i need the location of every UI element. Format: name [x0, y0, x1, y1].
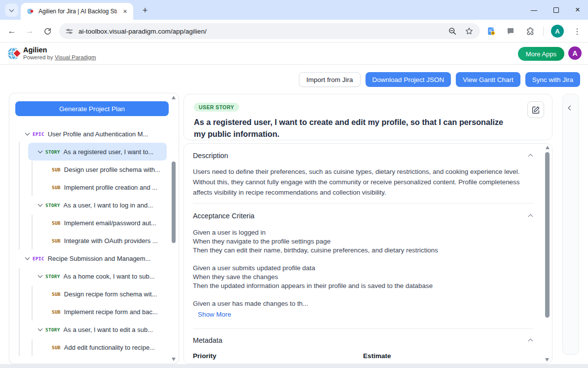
tree-item-story[interactable]: STORYAs a registered user, I want to...	[28, 143, 167, 161]
content-scrollbar[interactable]	[544, 146, 551, 362]
browser-titlebar: Agilien for Jira | AI Backlog Stru × + —…	[0, 0, 588, 20]
item-type-label: STORY	[45, 149, 60, 155]
new-tab-button[interactable]: +	[139, 4, 151, 16]
address-bar[interactable]: ai-toolbox.visual-paradigm.com/app/agili…	[59, 23, 480, 39]
sidebar-scrollbar-thumb[interactable]	[172, 162, 176, 243]
item-label: Add edit functionality to recipe...	[64, 344, 155, 351]
tree-item-epic[interactable]: EPICRecipe Submission and Managem...	[9, 249, 171, 267]
browser-profile-avatar[interactable]: A	[551, 25, 564, 38]
collapse-metadata-icon[interactable]	[528, 335, 533, 346]
story-title: As a registered user, I want to create a…	[194, 116, 542, 140]
collapse-acceptance-icon[interactable]	[528, 210, 533, 221]
show-more-link[interactable]: Show More	[198, 311, 231, 318]
visual-paradigm-link[interactable]: Visual Paradigm	[55, 54, 96, 60]
acceptance-line	[193, 290, 533, 299]
item-type-badge: USER STORY	[194, 103, 239, 112]
import-from-jira-button[interactable]: Import from Jira	[299, 72, 361, 87]
tree-item-sub[interactable]: SUBAdd edit functionality to recipe...	[9, 338, 171, 356]
app-name: Agilien	[23, 46, 47, 54]
view-gantt-chart-button[interactable]: View Gantt Chart	[456, 72, 520, 87]
scroll-up-icon[interactable]	[546, 146, 550, 149]
maximize-icon[interactable]	[553, 7, 559, 13]
metadata-section-header: Metadata	[193, 335, 533, 346]
site-info-icon[interactable]	[65, 27, 74, 36]
sidebar-scrollbar[interactable]	[171, 96, 177, 361]
scroll-down-icon[interactable]	[545, 358, 549, 362]
browser-window: Agilien for Jira | AI Backlog Stru × + —…	[0, 0, 588, 368]
item-type-label: EPIC	[33, 256, 44, 261]
tree-item-sub[interactable]: SUBIntegrate with OAuth providers ...	[9, 232, 171, 249]
acceptance-line: Given a user submits updated profile dat…	[193, 264, 533, 273]
download-project-json-button[interactable]: Download Project JSON	[366, 72, 451, 87]
chat-bubble-icon[interactable]	[505, 25, 516, 37]
expand-panel-chevron-icon[interactable]	[568, 106, 573, 111]
powered-by: Powered by Visual Paradigm	[23, 54, 96, 60]
item-label: As a registered user, I want to...	[64, 148, 154, 156]
back-icon[interactable]: ←	[5, 24, 19, 38]
acceptance-line: When they save the changes	[193, 273, 533, 282]
tree-item-sub[interactable]: SUBImplement email/password aut...	[9, 214, 171, 232]
item-label: Recipe Submission and Managem...	[48, 255, 151, 262]
tree-item-story[interactable]: STORYAs a user, I want to edit a sub...	[9, 321, 171, 338]
chevron-down-icon[interactable]	[38, 202, 43, 207]
browser-tab[interactable]: Agilien for Jira | AI Backlog Stru ×	[21, 3, 133, 20]
item-label: As a user, I want to edit a sub...	[64, 326, 153, 333]
tree-item-story[interactable]: STORYAs a home cook, I want to sub...	[9, 267, 171, 285]
edit-button[interactable]	[527, 101, 544, 118]
acceptance-heading: Acceptance Criteria	[193, 212, 255, 220]
minimize-icon[interactable]: —	[531, 6, 537, 14]
reload-icon[interactable]	[40, 24, 54, 38]
tab-search-button[interactable]	[5, 3, 18, 17]
pencil-square-icon	[532, 106, 540, 114]
generate-project-plan-button[interactable]: Generate Project Plan	[15, 101, 169, 116]
section-divider	[193, 203, 533, 204]
item-label: As a user, I want to log in and...	[64, 202, 153, 209]
reading-list-download-icon[interactable]	[485, 25, 497, 37]
content-scrollbar-thumb[interactable]	[545, 152, 550, 318]
acceptance-line: When they navigate to the profile settin…	[193, 237, 533, 246]
scroll-up-icon[interactable]	[172, 96, 176, 99]
acceptance-line: Given a user has made changes to th...	[193, 299, 533, 308]
forward-icon[interactable]: →	[23, 24, 37, 38]
metadata-field: Estimate5	[363, 352, 533, 364]
acceptance-line: Then they can edit their name, birthday,…	[193, 246, 533, 255]
backlog-tree: EPICUser Profile and Authentication M...…	[9, 125, 171, 360]
browser-menu-icon[interactable]: ⋮	[571, 25, 583, 37]
item-label: Integrate with OAuth providers ...	[64, 237, 158, 245]
item-type-label: SUB	[52, 167, 61, 172]
zoom-out-icon[interactable]	[446, 25, 458, 37]
tree-item-sub[interactable]: SUBDesign user profile schema with...	[9, 161, 171, 178]
user-avatar[interactable]: A	[568, 46, 582, 60]
scroll-down-icon[interactable]	[172, 358, 176, 361]
close-icon[interactable]: ×	[575, 5, 580, 15]
action-buttons-row: Import from JiraDownload Project JSONVie…	[299, 72, 580, 87]
bookmark-star-icon[interactable]	[463, 25, 475, 37]
tree-item-sub[interactable]: SUBImplement profile creation and ...	[9, 178, 171, 196]
item-type-label: STORY	[45, 203, 60, 208]
collapsed-side-panel[interactable]	[562, 94, 579, 355]
tree-item-story[interactable]: STORYAs a user, I want to log in and...	[9, 196, 171, 214]
page-background-strip	[0, 364, 588, 368]
agilien-logo	[6, 45, 23, 62]
collapse-description-icon[interactable]	[528, 150, 533, 161]
item-label: Design recipe form schema wit...	[64, 290, 157, 298]
item-label: As a home cook, I want to sub...	[64, 273, 155, 280]
chevron-down-icon[interactable]	[38, 273, 43, 278]
backlog-sidebar: Generate Project Plan EPICUser Profile a…	[9, 93, 179, 364]
tree-item-epic[interactable]: EPICUser Profile and Authentication M...	[9, 125, 171, 143]
item-type-label: SUB	[52, 309, 61, 315]
extensions-puzzle-icon[interactable]	[524, 25, 536, 37]
tab-title: Agilien for Jira | AI Backlog Stru	[38, 8, 117, 15]
metadata-fields: PriorityHighEstimate5	[193, 352, 533, 364]
chevron-down-icon[interactable]	[25, 255, 30, 260]
chevron-down-icon[interactable]	[38, 149, 43, 154]
chevron-down-icon[interactable]	[25, 131, 30, 136]
tab-close-icon[interactable]: ×	[121, 7, 129, 16]
sync-with-jira-button[interactable]: Sync with Jira	[525, 72, 580, 87]
story-detail-card: Description Users need to define their p…	[184, 143, 552, 364]
tree-item-sub[interactable]: SUBDesign recipe form schema wit...	[9, 285, 171, 303]
more-apps-button[interactable]: More Apps	[518, 47, 564, 61]
tree-item-sub[interactable]: SUBImplement recipe form and bac...	[9, 303, 171, 321]
chevron-down-icon[interactable]	[38, 327, 43, 331]
app-header: Agilien Powered by Visual Paradigm More …	[0, 42, 588, 65]
